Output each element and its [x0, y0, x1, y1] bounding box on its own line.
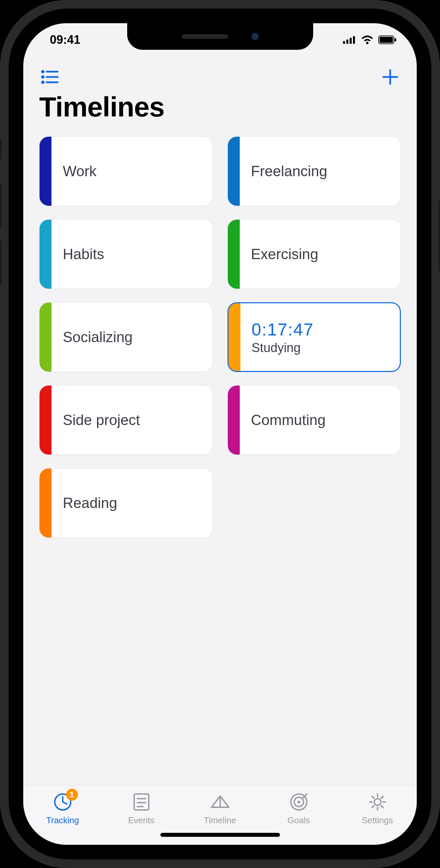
color-stripe: [39, 137, 52, 206]
hardware-volume-down: [0, 239, 1, 285]
timeline-card[interactable]: 0:17:47Studying: [228, 302, 401, 372]
tracking-icon: 1: [52, 792, 74, 813]
timeline-icon: [209, 792, 231, 813]
tab-timeline[interactable]: Timeline: [190, 792, 250, 826]
timeline-grid: WorkFreelancingHabitsExercisingSocializi…: [23, 136, 417, 538]
card-body: Socializing: [52, 303, 212, 372]
card-label: Reading: [63, 495, 212, 511]
timeline-card[interactable]: Socializing: [39, 302, 213, 372]
tab-label: Events: [128, 815, 155, 826]
notch: [127, 23, 313, 50]
settings-icon: [367, 792, 388, 813]
color-stripe: [39, 385, 52, 455]
battery-icon: [378, 35, 397, 44]
color-stripe: [229, 303, 240, 371]
card-body: 0:17:47Studying: [240, 303, 400, 371]
svg-point-9: [42, 76, 44, 78]
card-body: Exercising: [240, 220, 401, 289]
card-label: Studying: [252, 341, 400, 355]
color-stripe: [39, 303, 52, 372]
timer-value: 0:17:47: [252, 319, 400, 339]
svg-line-17: [63, 802, 67, 804]
svg-line-32: [372, 796, 374, 798]
hardware-volume-up: [0, 183, 1, 229]
svg-rect-2: [350, 38, 352, 44]
tab-tracking[interactable]: 1Tracking: [33, 792, 93, 826]
card-label: Socializing: [63, 329, 212, 345]
nav-bar: [23, 56, 417, 91]
card-label: Freelancing: [251, 163, 401, 180]
svg-point-27: [374, 799, 381, 805]
card-body: Reading: [52, 468, 212, 537]
status-indicators: [343, 35, 397, 44]
card-label: Habits: [63, 246, 212, 262]
list-view-button[interactable]: [39, 66, 60, 88]
svg-rect-0: [343, 41, 345, 44]
svg-rect-6: [394, 38, 396, 41]
events-icon: [131, 792, 152, 813]
svg-point-11: [42, 82, 44, 83]
card-body: Habits: [52, 220, 212, 289]
color-stripe: [39, 468, 52, 537]
home-indicator: [160, 833, 280, 837]
timeline-card[interactable]: Commuting: [228, 385, 401, 455]
tab-badge: 1: [66, 789, 78, 801]
status-time: 09:41: [50, 33, 80, 47]
color-stripe: [39, 220, 52, 289]
tab-label: Goals: [288, 815, 310, 826]
card-label: Side project: [63, 412, 212, 428]
color-stripe: [228, 137, 240, 206]
wifi-icon: [361, 35, 374, 44]
card-body: Side project: [52, 385, 212, 455]
add-button[interactable]: [380, 66, 401, 88]
card-label: Commuting: [251, 412, 401, 428]
cellular-icon: [343, 36, 356, 44]
card-body: Work: [52, 137, 212, 206]
phone-frame: 09:41: [0, 0, 440, 868]
svg-line-33: [381, 806, 383, 808]
hardware-power-button: [439, 199, 440, 272]
speaker-grille: [182, 34, 228, 39]
timeline-card[interactable]: Work: [39, 136, 213, 206]
goals-icon: [288, 792, 310, 813]
svg-point-25: [297, 801, 300, 803]
tab-label: Timeline: [204, 815, 236, 826]
color-stripe: [228, 385, 240, 455]
svg-rect-3: [353, 36, 355, 44]
svg-line-34: [381, 796, 383, 798]
svg-rect-1: [346, 39, 348, 44]
hardware-silence-switch: [0, 138, 1, 159]
tab-goals[interactable]: Goals: [269, 792, 329, 826]
timeline-card[interactable]: Reading: [39, 468, 213, 538]
tab-label: Tracking: [46, 815, 79, 826]
timeline-card[interactable]: Habits: [39, 219, 213, 289]
timeline-card[interactable]: Freelancing: [228, 136, 401, 206]
svg-line-35: [372, 806, 374, 808]
tab-events[interactable]: Events: [112, 792, 171, 826]
svg-rect-5: [380, 37, 393, 43]
tab-label: Settings: [362, 815, 393, 826]
list-icon: [41, 70, 58, 84]
svg-point-7: [42, 71, 44, 73]
timeline-card[interactable]: Exercising: [228, 219, 401, 289]
plus-icon: [382, 69, 399, 85]
color-stripe: [228, 220, 240, 289]
screen: 09:41: [23, 23, 417, 845]
card-body: Freelancing: [240, 137, 401, 206]
card-body: Commuting: [240, 385, 401, 455]
tab-settings[interactable]: Settings: [348, 792, 407, 826]
card-label: Work: [63, 163, 212, 180]
page-title: Timelines: [23, 91, 417, 136]
front-camera: [252, 33, 259, 40]
card-label: Exercising: [251, 246, 401, 262]
timeline-card[interactable]: Side project: [39, 385, 213, 455]
